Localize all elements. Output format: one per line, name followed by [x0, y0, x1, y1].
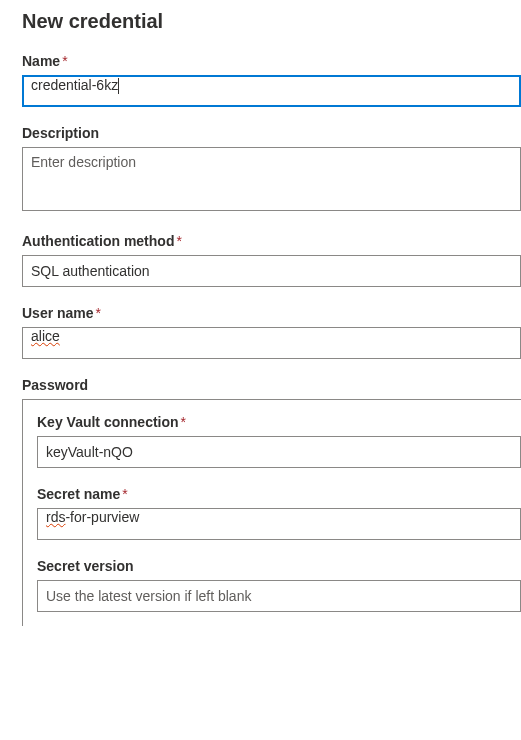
- description-field: Description: [22, 125, 521, 215]
- secret-version-input[interactable]: [37, 580, 521, 612]
- secret-version-label: Secret version: [37, 558, 521, 574]
- key-vault-label: Key Vault connection*: [37, 414, 521, 430]
- key-vault-label-text: Key Vault connection: [37, 414, 179, 430]
- auth-method-select[interactable]: SQL authentication: [22, 255, 521, 287]
- secret-name-input[interactable]: rds-for-purview: [37, 508, 521, 540]
- secret-name-suffix: -for-purview: [65, 509, 139, 525]
- name-input[interactable]: credential-6kz: [22, 75, 521, 107]
- secret-name-prefix: rds: [46, 509, 65, 525]
- name-input-value: credential-6kz: [31, 77, 118, 93]
- user-name-input[interactable]: alice: [22, 327, 521, 359]
- secret-version-field: Secret version: [37, 558, 521, 612]
- description-label: Description: [22, 125, 521, 141]
- text-caret: [118, 78, 119, 94]
- user-name-field: User name* alice: [22, 305, 521, 359]
- user-name-label-text: User name: [22, 305, 94, 321]
- required-asterisk: *: [96, 305, 101, 321]
- name-label-text: Name: [22, 53, 60, 69]
- user-name-label: User name*: [22, 305, 521, 321]
- name-field: Name* credential-6kz: [22, 53, 521, 107]
- password-label: Password: [22, 377, 521, 393]
- name-label: Name*: [22, 53, 521, 69]
- user-name-value: alice: [31, 328, 60, 344]
- auth-method-selected-value: SQL authentication: [31, 263, 150, 279]
- password-fieldset: Key Vault connection* keyVault-nQO Secre…: [22, 399, 521, 626]
- secret-name-label-text: Secret name: [37, 486, 120, 502]
- secret-name-label: Secret name*: [37, 486, 521, 502]
- secret-name-field: Secret name* rds-for-purview: [37, 486, 521, 540]
- required-asterisk: *: [122, 486, 127, 502]
- key-vault-field: Key Vault connection* keyVault-nQO: [37, 414, 521, 468]
- auth-method-label: Authentication method*: [22, 233, 521, 249]
- required-asterisk: *: [181, 414, 186, 430]
- auth-method-field: Authentication method* SQL authenticatio…: [22, 233, 521, 287]
- required-asterisk: *: [62, 53, 67, 69]
- key-vault-select[interactable]: keyVault-nQO: [37, 436, 521, 468]
- page-title: New credential: [22, 10, 521, 33]
- auth-method-label-text: Authentication method: [22, 233, 174, 249]
- key-vault-selected-value: keyVault-nQO: [46, 444, 133, 460]
- secret-name-value: rds-for-purview: [46, 509, 139, 525]
- password-section: Password Key Vault connection* keyVault-…: [22, 377, 521, 626]
- description-input[interactable]: [22, 147, 521, 211]
- required-asterisk: *: [176, 233, 181, 249]
